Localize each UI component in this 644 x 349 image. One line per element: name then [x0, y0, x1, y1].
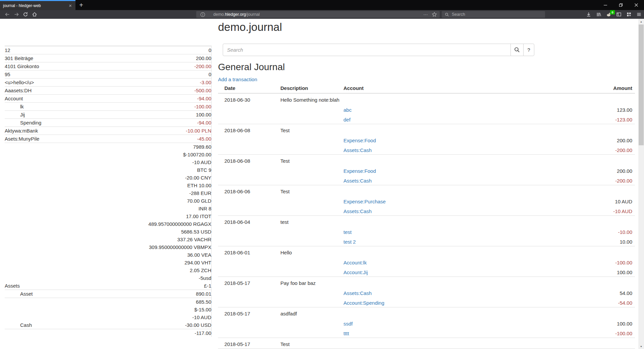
account-balance: 100.00 — [108, 111, 211, 118]
posting-account-link[interactable]: Assets:Cash — [343, 147, 372, 153]
posting-account-link[interactable]: Expense:Purchase — [343, 199, 386, 205]
transaction[interactable]: 2018-05-17 asdfadf ssdf 100.00 tttt -100… — [218, 307, 635, 338]
posting-amount: 54.00 — [620, 290, 635, 296]
posting-amount: -100.00 — [615, 331, 635, 337]
account-balance: 489.957000000000 RGAGX — [108, 220, 211, 228]
transaction-summary: 2018-06-08 Test — [218, 158, 635, 164]
new-tab-button[interactable]: + — [75, 0, 87, 10]
posting-row: Account:Spending -54.00 — [343, 300, 635, 306]
journal-search-input[interactable] — [223, 44, 511, 56]
browser-tab[interactable]: journal - hledger-web × — [0, 0, 75, 10]
account-link[interactable]: Account — [5, 96, 23, 101]
posting-account-link[interactable]: test — [343, 229, 352, 235]
url-bar[interactable]: demo.hledger.org/journal ⋯ — [196, 11, 440, 18]
transaction-description: Hello Something note:blah — [280, 97, 635, 103]
browser-toolbar: demo.hledger.org/journal ⋯ Search 0 — [0, 10, 644, 19]
account-link[interactable]: 301 Beiträge — [5, 55, 33, 61]
account-row: 12 0 — [5, 46, 212, 54]
posting-account-link[interactable]: def — [343, 117, 351, 123]
account-link[interactable]: Spending — [20, 120, 41, 126]
transaction-summary: 2018-05-17 Test — [218, 341, 635, 347]
account-link[interactable]: Aaasets:DH — [5, 88, 32, 93]
posting-account-link[interactable]: Expense:Food — [343, 138, 376, 144]
account-link[interactable]: 95 — [5, 71, 10, 77]
account-row: Spending -94.00 — [5, 119, 212, 127]
menu-button[interactable] — [634, 10, 644, 19]
account-link[interactable]: <u>hello</u> — [5, 80, 34, 85]
scrollbar-thumb[interactable] — [639, 24, 644, 145]
posting-account-link[interactable]: tttt — [343, 331, 349, 337]
forward-button[interactable] — [12, 10, 21, 19]
back-icon — [5, 12, 10, 17]
transaction[interactable]: 2018-06-08 Test Expense:Food 200.00 Asse… — [218, 155, 635, 185]
downloads-button[interactable] — [584, 10, 594, 19]
bookmark-star-icon[interactable] — [432, 12, 437, 17]
window-close-button[interactable] — [629, 0, 644, 10]
posting-account-link[interactable]: abc — [343, 107, 352, 113]
posting-account-link[interactable]: Account:lk — [343, 260, 367, 266]
url-path: /journal — [246, 12, 260, 17]
url-prefix: demo. — [213, 12, 225, 17]
posting-amount: 100.00 — [617, 269, 635, 276]
posting-account-link[interactable]: Account:Jij — [343, 269, 368, 276]
home-button[interactable] — [30, 10, 39, 19]
tab-close-icon[interactable]: × — [68, 3, 72, 8]
scroll-up-arrow-icon[interactable]: ▲ — [638, 19, 644, 24]
account-link[interactable]: Jij — [20, 112, 25, 117]
account-link[interactable]: Asets:MunyPile — [5, 136, 39, 142]
magnifier-icon — [514, 47, 520, 53]
posting-account-link[interactable]: Expense:Food — [343, 168, 376, 174]
sidebars-button[interactable] — [614, 10, 624, 19]
page-scrollbar[interactable]: ▲ ▼ — [638, 19, 644, 349]
posting-row: Assets:Cash -200.00 — [343, 178, 635, 184]
extension-button[interactable]: 0 — [604, 10, 614, 19]
account-link[interactable]: lk — [20, 104, 24, 109]
window-restore-button[interactable] — [613, 0, 629, 10]
transaction-date: 2018-05-17 — [224, 311, 280, 317]
pocket-tiles-button[interactable] — [624, 10, 634, 19]
download-icon — [586, 12, 591, 17]
header-account: Account — [343, 85, 613, 91]
account-link[interactable]: 12 — [5, 47, 10, 53]
transaction[interactable]: 2018-06-30 Hello Something note:blah abc… — [218, 94, 635, 124]
page-actions-icon[interactable]: ⋯ — [423, 12, 428, 17]
window-minimize-button[interactable] — [598, 0, 613, 10]
account-row: Asset 890.01 — [5, 290, 212, 298]
account-link[interactable]: Assets — [5, 283, 20, 289]
library-button[interactable] — [594, 10, 604, 19]
account-row: Aktywa:mBank -10.00 PLN — [5, 127, 212, 135]
posting-amount: 200.00 — [617, 168, 635, 174]
posting-account-link[interactable]: ssdf — [343, 321, 353, 327]
search-help-button[interactable]: ? — [523, 44, 534, 56]
account-row: -117.00 — [5, 329, 212, 337]
transaction[interactable]: 2018-06-04 test test -10.00 test 2 10.00 — [218, 216, 635, 246]
posting-account-link[interactable]: Assets:Cash — [343, 290, 372, 296]
back-button[interactable] — [3, 10, 12, 19]
account-balance: -94.00 — [108, 95, 211, 102]
posting-amount: -10.00 — [618, 229, 635, 235]
posting-row: Expense:Purchase 10 AUD — [343, 199, 635, 205]
account-balance: 890.01 — [108, 290, 211, 298]
transaction[interactable]: 2018-06-06 Test Expense:Purchase 10 AUD … — [218, 185, 635, 216]
account-balance: £-1 — [108, 282, 211, 290]
browser-search-field[interactable]: Search — [442, 11, 545, 18]
reload-button[interactable] — [21, 10, 30, 19]
add-transaction-link[interactable]: Add a transaction — [218, 77, 257, 83]
transaction[interactable]: 2018-06-01 Hello Account:lk -100.00 Acco… — [218, 246, 635, 277]
account-link[interactable]: Cash — [20, 322, 32, 328]
posting-account-link[interactable]: test 2 — [343, 239, 356, 245]
account-link[interactable]: 4101 Girokonto — [5, 63, 39, 69]
transaction[interactable]: 2018-05-17 Pay foo bar baz Assets:Cash 5… — [218, 277, 635, 307]
journal-search-button[interactable] — [511, 44, 524, 56]
posting-account-link[interactable]: Account:Spending — [343, 300, 384, 306]
posting-account-link[interactable]: Assets:Cash — [343, 178, 372, 184]
transaction-description: test — [280, 219, 635, 225]
account-link[interactable]: Asset — [20, 291, 33, 297]
transaction[interactable]: 2018-05-17 Test — [218, 338, 635, 349]
transaction[interactable]: 2018-06-08 Test Expense:Food 200.00 Asse… — [218, 124, 635, 155]
account-link[interactable]: Aktywa:mBank — [5, 128, 38, 134]
scroll-down-arrow-icon[interactable]: ▼ — [638, 344, 644, 349]
account-row: Assets 7989.60$-100720.00-10 AUDBTC 9-20… — [5, 143, 212, 290]
posting-account-link[interactable]: Assets:Cash — [343, 208, 372, 214]
browser-search-placeholder: Search — [452, 12, 465, 17]
